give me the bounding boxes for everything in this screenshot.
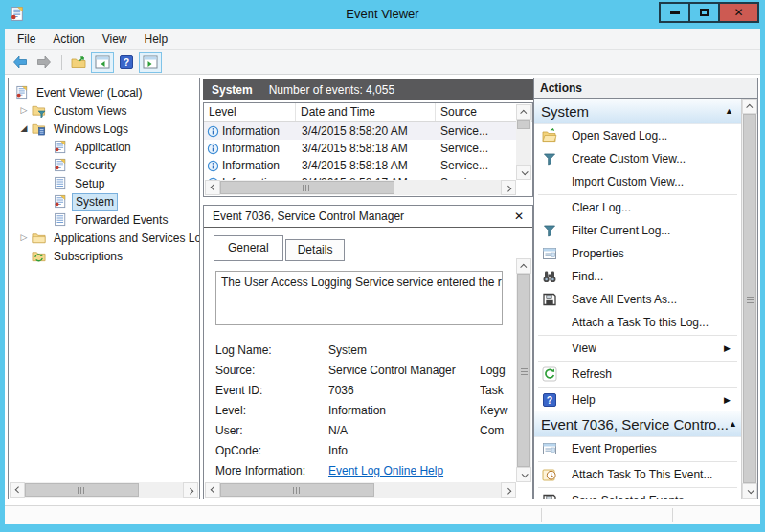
event-log-online-help-link[interactable]: Event Log Online Help (328, 464, 443, 477)
action-refresh[interactable]: Refresh (534, 363, 741, 386)
actions-list: System▲Open Saved Log...Create Custom Vi… (534, 99, 741, 499)
tree-item-applications-and-services-lo[interactable]: ▷Applications and Services Lo (9, 229, 199, 247)
actions-section-header-system[interactable]: System▲ (534, 99, 741, 124)
column-header-level[interactable]: Level (204, 103, 296, 121)
tree-item-custom-views[interactable]: ▷Custom Views (9, 101, 199, 120)
tree-expander-icon[interactable]: ▷ (16, 229, 32, 247)
table-row[interactable]: Information3/4/2015 8:58:18 AMService... (204, 157, 516, 174)
tree-item-windows-logs[interactable]: ◢Windows Logs (9, 120, 199, 138)
action-save-all-events-as[interactable]: Save All Events As... (534, 288, 741, 311)
events-hscrollbar[interactable] (205, 180, 516, 195)
scroll-track[interactable] (516, 274, 531, 467)
scroll-thumb[interactable] (743, 114, 756, 483)
scroll-down-button[interactable] (516, 165, 531, 180)
tree-item-label: Subscriptions (51, 249, 125, 264)
action-save-selected-events[interactable]: Save Selected Events... (534, 489, 741, 499)
collapse-icon[interactable]: ▲ (725, 106, 733, 116)
actions-section-header-event-7036-service-contro[interactable]: Event 7036, Service Contro...▲ (534, 411, 741, 437)
level-text: Information (222, 124, 280, 138)
scroll-track[interactable] (220, 482, 501, 498)
events-vscrollbar[interactable] (516, 104, 531, 180)
open-folder-icon (542, 128, 557, 144)
tree-item-setup[interactable]: Setup (9, 174, 199, 192)
action-import-custom-view[interactable]: Import Custom View... (534, 170, 741, 193)
scroll-up-button[interactable] (516, 258, 531, 274)
scroll-up-button[interactable] (742, 99, 757, 114)
tree-item-security[interactable]: Security (9, 156, 199, 174)
titlebar[interactable]: Event Viewer ✕ (0, 0, 765, 29)
scroll-track[interactable] (25, 482, 183, 498)
scroll-track[interactable] (220, 180, 501, 195)
properties-icon (542, 441, 557, 456)
scroll-thumb[interactable] (517, 274, 530, 467)
console-tree-panel: Event Viewer (Local)▷Custom Views◢Window… (8, 78, 200, 499)
table-row[interactable]: Information3/4/2015 8:58:20 AMService... (204, 122, 516, 140)
console-area: Event Viewer (Local)▷Custom Views◢Window… (5, 75, 760, 505)
tree-hscrollbar[interactable] (10, 482, 198, 498)
tree-item-subscriptions[interactable]: Subscriptions (9, 247, 199, 265)
field-right-label: Keyw (480, 404, 516, 417)
tree-item-event-viewer-local[interactable]: Event Viewer (Local) (9, 83, 199, 101)
menu-action[interactable]: Action (44, 30, 93, 49)
action-clear-log[interactable]: Clear Log... (534, 196, 741, 219)
action-open-saved-log[interactable]: Open Saved Log... (534, 124, 741, 147)
tree-item-forwarded-events[interactable]: Forwarded Events (9, 211, 199, 229)
tree-expander-icon[interactable]: ◢ (16, 120, 32, 138)
toolbar-forward-arrow-icon[interactable] (33, 52, 56, 73)
maximize-button[interactable] (688, 2, 720, 23)
toolbar-action-pane-toggle-icon[interactable] (139, 52, 162, 73)
scroll-right-button[interactable] (501, 482, 516, 498)
source-cell: Service... (436, 159, 516, 172)
scroll-thumb[interactable] (517, 120, 530, 129)
toolbar-console-tree-toggle-icon[interactable] (91, 52, 114, 73)
collapse-icon[interactable]: ▲ (729, 419, 737, 429)
action-attach-task-to-this-event[interactable]: Attach Task To This Event... (534, 463, 741, 486)
info-icon (207, 125, 222, 138)
preview-vscrollbar[interactable] (516, 258, 531, 482)
menu-help[interactable]: Help (136, 30, 177, 49)
menu-file[interactable]: File (9, 30, 44, 49)
scroll-right-button[interactable] (501, 180, 516, 195)
scroll-track[interactable] (742, 114, 757, 483)
action-find[interactable]: Find... (534, 265, 741, 288)
scroll-down-button[interactable] (742, 483, 757, 499)
preview-hscrollbar[interactable] (205, 482, 516, 498)
minimize-button[interactable] (659, 2, 690, 23)
preview-close-icon[interactable]: ✕ (514, 210, 524, 223)
scroll-track[interactable] (516, 120, 531, 165)
scroll-up-button[interactable] (516, 104, 531, 120)
action-filter-current-log[interactable]: Filter Current Log... (534, 219, 741, 242)
table-row[interactable]: Information3/4/2015 8:58:18 AMService... (204, 140, 516, 157)
actions-vscrollbar[interactable] (741, 99, 757, 499)
scroll-down-button[interactable] (516, 467, 531, 482)
action-properties[interactable]: Properties (534, 242, 741, 265)
toolbar-help-icon[interactable]: ? (115, 52, 138, 73)
properties-icon (542, 246, 557, 261)
scroll-thumb[interactable] (220, 483, 374, 497)
toolbar-back-arrow-icon[interactable] (9, 52, 32, 73)
action-help[interactable]: ?Help▶ (534, 388, 741, 411)
scroll-right-button[interactable] (183, 482, 198, 498)
field-label: Source: (215, 364, 328, 377)
scroll-left-button[interactable] (205, 180, 220, 195)
scroll-left-button[interactable] (10, 482, 25, 498)
scroll-left-button[interactable] (205, 482, 220, 498)
preview-pane: Event 7036, Service Control Manager ✕ Ge… (203, 205, 533, 499)
scroll-thumb[interactable] (220, 181, 394, 194)
column-header-date-and-time[interactable]: Date and Time (296, 103, 436, 121)
close-button[interactable]: ✕ (718, 2, 759, 23)
tab-general[interactable]: General (214, 235, 283, 261)
submenu-arrow-icon: ▶ (724, 395, 741, 405)
tree-item-application[interactable]: Application (9, 138, 199, 156)
toolbar-export-log-icon[interactable] (67, 52, 90, 73)
action-attach-a-task-to-this-log[interactable]: Attach a Task To this Log... (534, 311, 741, 334)
action-view[interactable]: View▶ (534, 337, 741, 360)
tab-details[interactable]: Details (285, 239, 346, 261)
scroll-thumb[interactable] (25, 483, 139, 497)
menu-view[interactable]: View (94, 30, 136, 49)
action-event-properties[interactable]: Event Properties (534, 437, 741, 460)
action-create-custom-view[interactable]: Create Custom View... (534, 147, 741, 170)
tree-expander-icon[interactable]: ▷ (16, 101, 32, 120)
field-row: Log Name:System (215, 340, 516, 360)
tree-item-system[interactable]: System (9, 192, 199, 211)
